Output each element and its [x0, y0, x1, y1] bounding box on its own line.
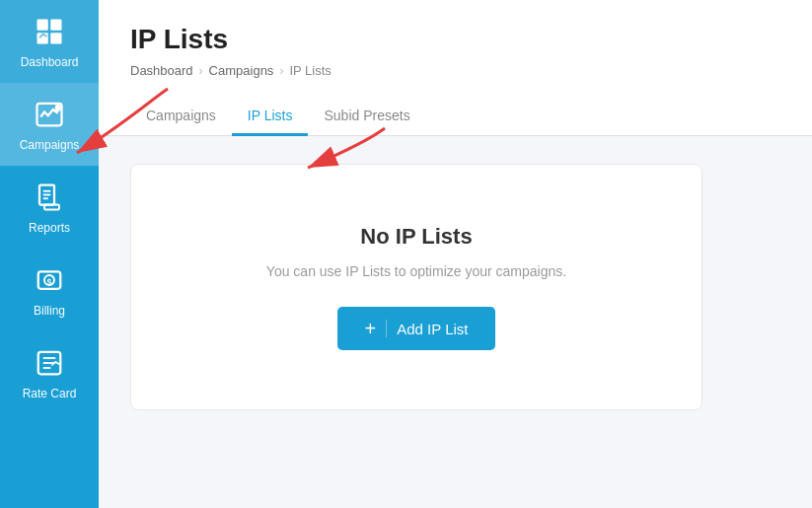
- sidebar-item-campaigns[interactable]: Campaigns: [0, 83, 99, 166]
- breadcrumb-sep-2: ›: [279, 64, 283, 78]
- breadcrumb: Dashboard › Campaigns › IP Lists: [130, 63, 780, 78]
- breadcrumb-campaigns[interactable]: Campaigns: [209, 63, 274, 78]
- ratecard-icon: [32, 345, 67, 381]
- sidebar-item-billing-label: Billing: [34, 304, 65, 318]
- svg-rect-0: [37, 20, 48, 31]
- sidebar-item-reports[interactable]: Reports: [0, 166, 99, 249]
- breadcrumb-dashboard[interactable]: Dashboard: [130, 63, 193, 78]
- plus-icon: +: [365, 319, 377, 338]
- svg-rect-3: [50, 33, 61, 43]
- breadcrumb-sep-1: ›: [199, 64, 203, 78]
- content-area: No IP Lists You can use IP Lists to opti…: [99, 136, 812, 508]
- svg-rect-9: [44, 205, 59, 210]
- sidebar-item-campaigns-label: Campaigns: [20, 138, 80, 152]
- campaigns-icon: [32, 97, 67, 132]
- dashboard-icon: [32, 14, 67, 49]
- sidebar: Dashboard Campaigns Reports: [0, 0, 99, 508]
- sidebar-item-dashboard-label: Dashboard: [21, 55, 79, 69]
- button-divider: [386, 320, 387, 337]
- billing-icon: $: [32, 262, 67, 298]
- tabs-bar: Campaigns IP Lists Subid Presets: [99, 98, 812, 136]
- main-content: IP Lists Dashboard › Campaigns › IP List…: [99, 0, 812, 508]
- tab-subid-presets[interactable]: Subid Presets: [308, 98, 425, 136]
- breadcrumb-iplists: IP Lists: [289, 63, 331, 78]
- sidebar-item-dashboard[interactable]: Dashboard: [0, 0, 99, 83]
- svg-rect-1: [50, 20, 61, 31]
- add-ip-list-button[interactable]: + Add IP List: [337, 307, 496, 350]
- add-ip-list-label: Add IP List: [397, 321, 468, 337]
- page-header: IP Lists Dashboard › Campaigns › IP List…: [99, 0, 812, 98]
- sidebar-item-ratecard-label: Rate Card: [23, 387, 77, 400]
- page-title: IP Lists: [130, 24, 780, 55]
- sidebar-item-billing[interactable]: $ Billing: [0, 249, 99, 331]
- tab-campaigns[interactable]: Campaigns: [130, 98, 232, 136]
- empty-state-description: You can use IP Lists to optimize your ca…: [266, 263, 566, 279]
- sidebar-item-reports-label: Reports: [29, 221, 70, 235]
- empty-state-card: No IP Lists You can use IP Lists to opti…: [130, 164, 702, 410]
- svg-text:$: $: [47, 277, 52, 287]
- empty-state-title: No IP Lists: [360, 224, 472, 250]
- sidebar-item-ratecard[interactable]: Rate Card: [0, 331, 99, 414]
- tab-iplists[interactable]: IP Lists: [232, 98, 309, 136]
- reports-icon: [32, 180, 67, 215]
